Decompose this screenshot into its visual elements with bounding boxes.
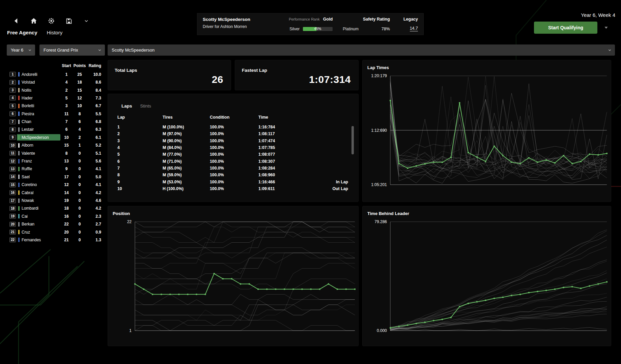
rating-value: 1.3 [87, 238, 102, 242]
position-badge: 19 [9, 214, 16, 219]
driver-name-cell: Cabral [17, 189, 60, 196]
lap-condition: 100.0% [210, 125, 258, 129]
laps-header-tires: Tires [163, 115, 210, 120]
lap-tires: M (71.0%) [163, 159, 210, 164]
chevron-down-icon [28, 48, 32, 52]
back-icon[interactable] [12, 17, 20, 25]
standings-row[interactable]: 9McSpeederson1026.1 [9, 134, 102, 141]
driver-name-cell: Alborn [17, 142, 60, 149]
standings-row[interactable]: 12Franz1305.6 [9, 157, 102, 165]
standings-row[interactable]: 21Cruz2000.9 [9, 229, 102, 236]
points-value: 4 [73, 127, 87, 132]
tab-laps[interactable]: Laps [121, 103, 132, 109]
laps-header-lap: Lap [117, 115, 163, 120]
start-value: 19 [60, 198, 73, 203]
standings-header-rating: Rating [87, 63, 102, 68]
rating-value: 5.6 [87, 159, 102, 163]
standings-row[interactable]: 14Sael1705.0 [9, 173, 102, 181]
standings-row[interactable]: 10Alborn1515.2 [9, 142, 102, 149]
standings-list: 1Andorelli12510.02Volstad4188.63Nollis21… [9, 71, 102, 244]
lap-tires: M (65.0%) [163, 166, 210, 171]
race-select[interactable]: Forest Grand Prix [39, 44, 105, 56]
standings-row[interactable]: 2Volstad4188.6 [9, 79, 102, 86]
driver-select[interactable]: Scotty McSpeederson [108, 44, 615, 56]
driver-name-cell: Piestra [17, 111, 60, 117]
save-icon[interactable] [65, 17, 73, 25]
lap-tires: M (53.0%) [163, 180, 210, 184]
year-select[interactable]: Year 6 [7, 44, 35, 56]
tab-stints[interactable]: Stints [140, 103, 151, 109]
points-value: 0 [73, 198, 87, 203]
lap-number: 9 [117, 180, 163, 184]
lap-tires: M (100.0%) [163, 125, 210, 129]
standings-row[interactable]: 13Ruffle904.1 [9, 165, 102, 173]
legacy-value[interactable]: 14.7 [410, 26, 418, 31]
points-value: 0 [73, 238, 87, 242]
driver-name-cell: Lombardi [17, 205, 60, 212]
standings-row[interactable]: 16Cabral1404.2 [9, 189, 102, 196]
points-value: 0 [73, 214, 87, 219]
performance-rank-block: Performance Rank Gold Silver 45% [270, 17, 333, 31]
position-badge: 15 [9, 182, 16, 187]
nav-history[interactable]: History [47, 30, 62, 35]
position-badge: 11 [9, 151, 16, 156]
rating-value: 4.2 [87, 190, 102, 195]
lap-condition: 100.0% [210, 186, 258, 191]
start-qualifying-chevron-icon[interactable] [603, 25, 609, 30]
progress-tier-label: Silver [289, 27, 300, 31]
position-badge: 2 [9, 80, 16, 85]
standings-header-points: Points [73, 63, 87, 68]
start-value: 16 [60, 214, 73, 219]
gear-icon[interactable] [47, 17, 55, 25]
team-color-stripe [18, 151, 20, 155]
lap-condition: 100.0% [210, 166, 258, 171]
standings-row[interactable]: 17Nowak1904.6 [9, 197, 102, 204]
laps-scrollbar[interactable] [351, 126, 354, 154]
points-value: 12 [73, 96, 87, 100]
start-qualifying-button[interactable]: Start Qualifying [534, 22, 597, 34]
lap-time: 1:08:307 [258, 159, 312, 164]
standings-row[interactable]: 8Lestair646.3 [9, 126, 102, 133]
standings-row[interactable]: 7Chan766.8 [9, 118, 102, 125]
standings-row[interactable]: 3Nollis2158.4 [9, 87, 102, 94]
driver-subtitle: Driver for Ashton Morren [203, 24, 260, 29]
rating-value: 10.0 [87, 72, 102, 77]
points-value: 0 [73, 166, 87, 171]
nav-free-agency[interactable]: Free Agency [7, 30, 37, 35]
svg-text:0.000: 0.000 [377, 328, 387, 333]
rating-value: 6.3 [87, 127, 102, 132]
lap-condition: 100.0% [210, 145, 258, 150]
svg-text:79.286: 79.286 [374, 219, 387, 224]
position-badge: 22 [9, 237, 16, 242]
standings-row[interactable]: 5Borletti3106.7 [9, 102, 102, 110]
driver-name: Piestra [22, 112, 34, 116]
standings-row[interactable]: 18Lombardi1804.2 [9, 205, 102, 212]
driver-name: Fernandes [22, 238, 41, 242]
standings-row[interactable]: 22Fernandes2101.3 [9, 236, 102, 244]
driver-name-cell: Coretino [17, 182, 60, 188]
team-color-stripe [18, 127, 20, 132]
lap-tires: H (100.0%) [163, 186, 210, 191]
team-color-stripe [18, 88, 20, 92]
lap-condition: 100.0% [210, 173, 258, 177]
start-value: 22 [60, 222, 73, 226]
save-chevron-icon[interactable] [82, 17, 90, 25]
rating-value: 4.6 [87, 198, 102, 203]
standings-row[interactable]: 4Hader5127.3 [9, 94, 102, 102]
position-panel: 221 Position [108, 206, 359, 346]
rating-value: 5.2 [87, 143, 102, 148]
team-color-stripe [18, 238, 20, 242]
svg-text:1:05:201: 1:05:201 [371, 182, 387, 187]
standings-row[interactable]: 6Piestra1185.5 [9, 110, 102, 118]
driver-name-cell: Franz [17, 158, 60, 164]
standings-row[interactable]: 15Coretino1204.1 [9, 181, 102, 188]
home-icon[interactable] [30, 17, 38, 25]
start-value: 17 [60, 175, 73, 179]
standings-row[interactable]: 19Cai1602.3 [9, 213, 102, 220]
standings-row[interactable]: 1Andorelli12510.0 [9, 71, 102, 78]
standings-row[interactable]: 20Berkan2202.7 [9, 220, 102, 228]
topbar-nav: Free Agency History [7, 30, 62, 35]
lap-tires: M (90.0%) [163, 139, 210, 143]
standings-row[interactable]: 11Valente805.1 [9, 150, 102, 157]
standings-header: Start Points Rating [9, 63, 102, 69]
